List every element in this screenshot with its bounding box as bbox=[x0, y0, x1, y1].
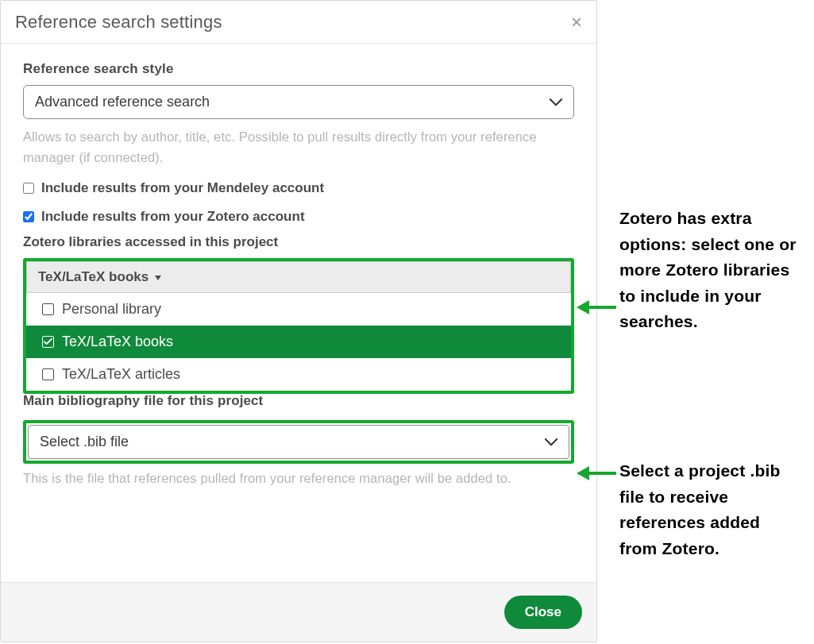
chevron-down-icon bbox=[545, 438, 557, 446]
annotation-zotero: Zotero has extra options: select one or … bbox=[619, 206, 802, 335]
zotero-option-list: Personal library TeX/LaTeX books TeX/LaT… bbox=[26, 293, 571, 391]
bib-file-help: This is the file that references pulled … bbox=[23, 469, 574, 489]
search-style-label: Reference search style bbox=[23, 61, 574, 77]
checkbox-empty-icon bbox=[42, 303, 54, 315]
zotero-dropdown-summary: TeX/LaTeX books bbox=[38, 269, 149, 285]
zotero-libraries-dropdown[interactable]: TeX/LaTeX books Personal library TeX/LaT… bbox=[23, 258, 574, 394]
zotero-option-personal[interactable]: Personal library bbox=[26, 293, 571, 326]
caret-down-icon bbox=[155, 276, 161, 280]
bib-file-select[interactable]: Select .bib file bbox=[28, 425, 569, 459]
zotero-dropdown-header[interactable]: TeX/LaTeX books bbox=[26, 261, 571, 293]
modal-body: Reference search style Advanced referenc… bbox=[1, 44, 596, 582]
zotero-label: Include results from your Zotero account bbox=[41, 209, 305, 225]
modal-header: Reference search settings × bbox=[1, 1, 596, 44]
zotero-option-tex-books[interactable]: TeX/LaTeX books bbox=[26, 326, 571, 358]
mendeley-checkbox[interactable] bbox=[23, 183, 34, 194]
bib-file-placeholder: Select .bib file bbox=[40, 434, 129, 450]
close-button[interactable]: Close bbox=[504, 596, 582, 629]
bib-file-label: Main bibliography file for this project bbox=[23, 393, 574, 409]
chevron-down-icon bbox=[550, 98, 562, 106]
modal-title: Reference search settings bbox=[15, 12, 222, 33]
zotero-checkbox[interactable] bbox=[23, 211, 34, 222]
arrow-zotero-icon bbox=[577, 300, 616, 314]
zotero-option-label: Personal library bbox=[62, 301, 161, 318]
reference-settings-modal: Reference search settings × Reference se… bbox=[0, 0, 597, 642]
bib-file-block: Select .bib file bbox=[23, 420, 574, 464]
zotero-option-label: TeX/LaTeX articles bbox=[62, 366, 180, 383]
mendeley-checkbox-row[interactable]: Include results from your Mendeley accou… bbox=[23, 180, 574, 196]
arrow-bib-icon bbox=[577, 466, 616, 480]
checkbox-checked-icon bbox=[42, 336, 54, 348]
zotero-checkbox-row[interactable]: Include results from your Zotero account bbox=[23, 209, 574, 225]
search-style-value: Advanced reference search bbox=[35, 94, 210, 110]
mendeley-label: Include results from your Mendeley accou… bbox=[41, 180, 324, 196]
annotation-bib: Select a project .bib file to receive re… bbox=[619, 458, 802, 561]
zotero-option-tex-articles[interactable]: TeX/LaTeX articles bbox=[26, 358, 571, 391]
checkbox-empty-icon bbox=[42, 368, 54, 380]
zotero-libraries-label: Zotero libraries accessed in this projec… bbox=[23, 234, 574, 250]
close-icon[interactable]: × bbox=[571, 13, 582, 32]
modal-footer: Close bbox=[1, 582, 596, 642]
search-style-help: Allows to search by author, title, etc. … bbox=[23, 127, 574, 168]
search-style-select[interactable]: Advanced reference search bbox=[23, 85, 574, 119]
zotero-option-label: TeX/LaTeX books bbox=[62, 334, 173, 350]
